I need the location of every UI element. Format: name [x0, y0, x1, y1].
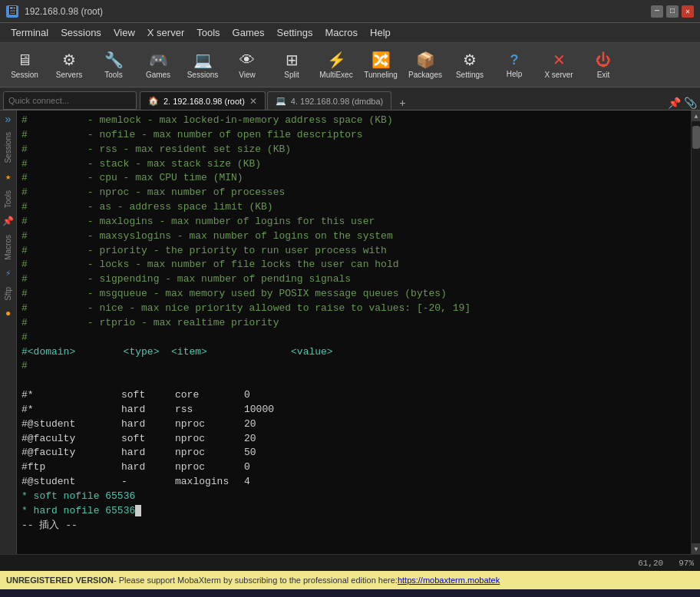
sftp-icon[interactable]: ●: [4, 307, 12, 321]
tool-pin-icon[interactable]: 📌: [1, 214, 15, 229]
scroll-percent: 97%: [679, 559, 694, 568]
term-data-line: #@student-maxlogins4: [21, 475, 686, 490]
term-data-line: #*hardrss10000: [21, 403, 686, 417]
term-line: # - priority - the priority to run user …: [21, 244, 686, 259]
tool-servers[interactable]: ⚙ Servers: [48, 45, 91, 85]
star-icon[interactable]: ★: [4, 170, 12, 184]
mobatek-link[interactable]: https://mobaxterm.mobatek: [398, 576, 500, 585]
term-line: # - maxsyslogins - max number of logins …: [21, 229, 686, 244]
titlebar: 🖥 192.168.0.98 (root) ─ □ ✕: [0, 0, 700, 23]
tab1-label: 2. 192.168.0.98 (root): [163, 97, 245, 106]
new-tab-button[interactable]: +: [396, 97, 408, 110]
tab-1[interactable]: 🏠 2. 192.168.0.98 (root) ✕: [140, 91, 266, 110]
scrollbar[interactable]: ▲ ▼: [691, 110, 700, 554]
games-icon: 🎮: [149, 51, 168, 69]
unregistered-label: UNREGISTERED VERSION: [6, 576, 114, 585]
menu-tools[interactable]: Tools: [190, 25, 226, 40]
toolbar: 🖥 Session ⚙ Servers 🔧 Tools 🎮 Games 💻 Se…: [0, 43, 700, 87]
tool-exit-label: Exit: [597, 71, 610, 79]
close-button[interactable]: ✕: [682, 5, 694, 18]
term-line: #: [21, 359, 686, 374]
tool-multiexec[interactable]: ⚡ MultiExec: [315, 45, 358, 85]
sidebar-item-tools[interactable]: Tools: [2, 186, 14, 213]
multiexec-icon: ⚡: [327, 51, 346, 69]
term-line: # - as - address space limit (KB): [21, 200, 686, 215]
menubar: Terminal Sessions View X server Tools Ga…: [0, 23, 700, 43]
terminal[interactable]: # - memlock - max locked-in-memory addre…: [17, 110, 691, 554]
tool-sessions[interactable]: 💻 Sessions: [181, 45, 224, 85]
menu-help[interactable]: Help: [364, 25, 397, 40]
sessions-icon: 💻: [193, 51, 213, 69]
menu-sessions[interactable]: Sessions: [54, 25, 107, 40]
tool-games[interactable]: 🎮 Games: [137, 45, 180, 85]
sidebar-item-sessions[interactable]: Sessions: [2, 127, 14, 168]
tool-packages[interactable]: 📦 Packages: [404, 45, 447, 85]
cursor-position: 61,20: [638, 559, 663, 568]
tool-settings-label: Settings: [456, 71, 484, 79]
tunneling-icon: 🔀: [371, 51, 391, 69]
pin-icon[interactable]: 📌: [668, 97, 681, 110]
macro-icon[interactable]: ⚡: [4, 266, 12, 281]
tab2-icon: 💻: [276, 96, 286, 106]
statusbar: 61,20 97%: [0, 554, 700, 571]
tool-tunneling[interactable]: 🔀 Tunneling: [359, 45, 402, 85]
term-line: # - rss - max resident set size (KB): [21, 143, 686, 157]
tool-tunneling-label: Tunneling: [364, 71, 398, 79]
term-header-line: #<domain> <type> <item> <value>: [21, 345, 686, 360]
tab-2[interactable]: 💻 4. 192.168.0.98 (dmdba): [267, 91, 391, 110]
tool-tools[interactable]: 🔧 Tools: [92, 45, 135, 85]
tool-split[interactable]: ⊞ Split: [270, 45, 313, 85]
sidebar-item-macros[interactable]: Macros: [2, 230, 14, 265]
tool-tools-label: Tools: [104, 71, 122, 79]
term-active-line1: * soft nofile 65536: [21, 490, 686, 504]
term-data-line: #@facultyhardnproc50: [21, 446, 686, 460]
term-data-line: #@studenthardnproc20: [21, 417, 686, 432]
tool-help[interactable]: ? Help: [493, 45, 536, 85]
term-line: #: [21, 331, 686, 345]
term-line: # - locks - max number of file locks the…: [21, 258, 686, 272]
term-data-line: #*softcore0: [21, 388, 686, 403]
maximize-button[interactable]: □: [666, 5, 679, 18]
exit-icon: ⏻: [596, 51, 611, 69]
servers-icon: ⚙: [62, 51, 76, 69]
menu-xserver[interactable]: X server: [141, 25, 190, 40]
packages-icon: 📦: [416, 51, 435, 69]
menu-terminal[interactable]: Terminal: [5, 25, 54, 40]
tool-xserver[interactable]: ✕ X server: [537, 45, 580, 85]
menu-view[interactable]: View: [107, 25, 141, 40]
scroll-thumb[interactable]: [692, 126, 700, 149]
app-icon: 🖥: [6, 5, 18, 18]
tool-help-label: Help: [507, 70, 523, 78]
term-line: # - msgqueue - max memory used by POSIX …: [21, 287, 686, 302]
term-empty-line: [21, 374, 686, 388]
term-line: # - nice - max nice priority allowed to …: [21, 302, 686, 316]
tool-exit[interactable]: ⏻ Exit: [582, 45, 625, 85]
tool-packages-label: Packages: [408, 71, 442, 79]
tab1-close[interactable]: ✕: [249, 96, 257, 107]
term-line-nproc: # - nproc - max number of processes: [21, 186, 686, 200]
tool-session[interactable]: 🖥 Session: [3, 45, 46, 85]
attach-icon[interactable]: 📎: [684, 97, 697, 110]
scroll-up[interactable]: ▲: [692, 110, 700, 121]
scroll-down[interactable]: ▼: [692, 543, 700, 554]
help-icon: ?: [510, 52, 519, 68]
term-line: # - cpu - max CPU time (MIN): [21, 171, 686, 186]
tool-settings[interactable]: ⚙ Settings: [448, 45, 491, 85]
term-line: # - nofile - max number of open file des…: [21, 128, 686, 143]
tool-servers-label: Servers: [56, 71, 82, 79]
settings-icon: ⚙: [463, 51, 477, 69]
quick-connect-input[interactable]: [8, 96, 131, 105]
menu-macros[interactable]: Macros: [319, 25, 364, 40]
tab2-label: 4. 192.168.0.98 (dmdba): [291, 97, 383, 106]
term-line: # - sigpending - max number of pending s…: [21, 272, 686, 287]
term-active-line2: * hard nofile 65536: [21, 504, 686, 519]
arrow-icon[interactable]: »: [5, 114, 11, 126]
quick-connect[interactable]: [3, 91, 137, 110]
term-line: # - stack - max stack size (KB): [21, 157, 686, 172]
minimize-button[interactable]: ─: [651, 5, 663, 18]
term-line: # - rtprio - max realtime priority: [21, 316, 686, 331]
sidebar-item-sftp[interactable]: Sftp: [2, 282, 14, 305]
tool-view[interactable]: 👁 View: [226, 45, 269, 85]
menu-games[interactable]: Games: [226, 25, 271, 40]
menu-settings[interactable]: Settings: [271, 25, 319, 40]
